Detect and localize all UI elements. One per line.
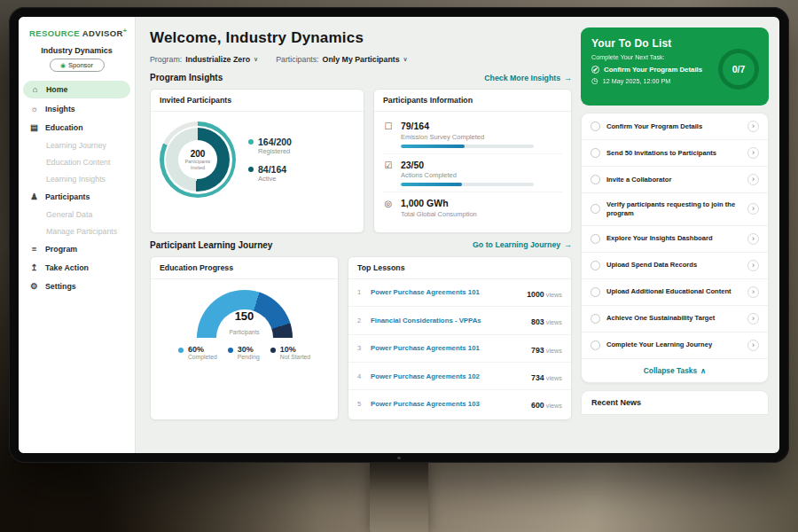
task-checkbox[interactable]: [591, 314, 600, 324]
gauge-center-label: Participants: [230, 329, 260, 335]
lesson-title-link[interactable]: Financial Considerations - VPPAs: [371, 317, 524, 325]
task-row[interactable]: Invite a Collaborator ›: [582, 167, 768, 193]
task-list-card: Confirm Your Program Details › Send 50 I…: [581, 113, 769, 383]
legend-item: 30% Pending: [228, 345, 260, 360]
lesson-rank: 5: [357, 400, 364, 408]
lesson-row[interactable]: 2 Financial Considerations - VPPAs 803vi…: [348, 307, 571, 334]
education-gauge: 150 Participants: [197, 290, 293, 338]
task-checkbox[interactable]: [591, 261, 600, 270]
top-lessons-card: Top Lessons 1 Power Purchase Agreements …: [348, 256, 572, 420]
info-card-body: ☐ 79/164 Emission Survey Completed: [374, 112, 571, 232]
task-checkbox[interactable]: [591, 287, 600, 297]
sidebar-item[interactable]: Learning Insights: [19, 170, 135, 187]
participants-filter-label: Participants:: [276, 55, 318, 64]
lesson-row[interactable]: 5 Power Purchase Agreements 103 600views: [348, 390, 571, 417]
go-to-learning-journey-link[interactable]: Go to Learning Journey →: [473, 240, 572, 249]
task-row[interactable]: Achieve One Sustainability Target ›: [582, 306, 768, 332]
content-area: Welcome, Industry Dynamics Program: Indu…: [136, 17, 779, 453]
chevron-right-icon[interactable]: ›: [747, 203, 759, 215]
legend-dot: [178, 348, 184, 353]
check-more-insights-link[interactable]: Check More Insights →: [484, 74, 572, 82]
chevron-right-icon[interactable]: ›: [747, 260, 759, 271]
legend-dot: [270, 348, 276, 353]
chevron-right-icon[interactable]: ›: [747, 233, 759, 245]
task-row[interactable]: Upload Additional Educational Content ›: [582, 279, 768, 306]
task-checkbox[interactable]: [591, 121, 600, 131]
actions-icon: ☑: [383, 160, 394, 170]
legend-label: Completed: [188, 354, 217, 360]
task-label: Invite a Collaborator: [606, 176, 741, 184]
legend-label: Active: [258, 175, 286, 183]
task-checkbox[interactable]: [591, 148, 600, 158]
sidebar-item-label: Settings: [45, 282, 76, 291]
sponsor-icon: ◉: [60, 62, 66, 68]
invited-card-body: 200 Participants Invited: [151, 112, 364, 207]
sidebar-item[interactable]: ⌂ Home: [23, 81, 130, 98]
sidebar-item-label: Learning Insights: [46, 175, 106, 184]
lesson-title-link[interactable]: Power Purchase Agreements 102: [371, 372, 524, 380]
legend-item: 60% Completed: [178, 345, 217, 360]
task-label: Upload Additional Educational Content: [606, 287, 741, 296]
sidebar-item[interactable]: Manage Participants: [19, 223, 135, 239]
lesson-views-count: 734: [531, 373, 544, 382]
lesson-rank: 3: [357, 344, 364, 352]
sidebar-item[interactable]: ⚙ Settings: [19, 277, 135, 295]
sidebar-item[interactable]: General Data: [19, 206, 135, 223]
task-row[interactable]: Verify participants requesting to join t…: [582, 193, 768, 226]
legend-label: Not Started: [280, 354, 310, 360]
task-checkbox[interactable]: [591, 234, 600, 244]
sidebar-item[interactable]: Learning Journey: [19, 137, 135, 153]
info-row: ☐ 79/164 Emission Survey Completed: [383, 115, 562, 154]
chevron-right-icon[interactable]: ›: [747, 147, 759, 159]
task-row[interactable]: Confirm Your Program Details ›: [582, 113, 768, 140]
todo-next-task[interactable]: ✔ Confirm Your Program Details: [591, 66, 712, 74]
filter-bar: Program: Industrialize Zero ∨ Participan…: [150, 55, 572, 64]
todo-panel: Your To Do List Complete Your Next Task:…: [581, 27, 769, 106]
task-checkbox[interactable]: [591, 175, 600, 184]
education-icon: ▤: [29, 123, 39, 132]
task-checkbox[interactable]: [591, 204, 600, 214]
logo-resource: RESOURCE: [29, 28, 80, 38]
program-filter-dropdown[interactable]: Program: Industrialize Zero ∨: [150, 55, 258, 64]
chevron-right-icon[interactable]: ›: [747, 286, 759, 298]
chevron-right-icon[interactable]: ›: [747, 340, 759, 351]
learning-cards-row: Education Progress 150 Participants: [150, 256, 572, 420]
sidebar-item[interactable]: Education Content: [19, 153, 135, 170]
check-icon: ✔: [591, 66, 599, 74]
sidebar-item[interactable]: ▤ Education: [19, 118, 135, 137]
link-label: Check More Insights: [484, 74, 560, 82]
task-row[interactable]: Complete Your Learning Journey ›: [582, 332, 768, 359]
task-row[interactable]: Send 50 Invitations to Participants ›: [582, 140, 768, 167]
sidebar-item[interactable]: ♟ Participants: [19, 187, 135, 206]
task-label: Confirm Your Program Details: [606, 122, 741, 131]
chevron-down-icon: ∨: [254, 56, 258, 63]
arrow-right-icon: →: [564, 240, 572, 249]
sidebar-item[interactable]: ↥ Take Action: [19, 258, 135, 277]
info-label: Actions Completed: [401, 171, 562, 179]
progress-bar-fill: [401, 145, 465, 148]
lesson-row[interactable]: 4 Power Purchase Agreements 102 734views: [348, 363, 571, 390]
legend-value: 10%: [280, 345, 310, 354]
lesson-title-link[interactable]: Power Purchase Agreements 103: [371, 400, 524, 408]
chevron-right-icon[interactable]: ›: [747, 313, 759, 325]
lesson-title-link[interactable]: Power Purchase Agreements 101: [371, 344, 524, 352]
card-title: Participants Information: [374, 90, 571, 112]
collapse-tasks-link[interactable]: Collapse Tasks ∧: [582, 359, 768, 382]
task-checkbox[interactable]: [591, 340, 600, 350]
chevron-right-icon[interactable]: ›: [747, 174, 759, 185]
sidebar-item[interactable]: ≡ Program: [19, 239, 135, 258]
program-filter-label: Program:: [150, 55, 182, 64]
lesson-row[interactable]: 1 Power Purchase Agreements 101 1000view…: [348, 279, 571, 307]
settings-icon: ⚙: [29, 282, 39, 291]
info-label: Emission Survey Completed: [401, 133, 562, 141]
sidebar-item[interactable]: ☼ Insights: [19, 99, 135, 118]
lesson-row[interactable]: 3 Power Purchase Agreements 101 793views: [348, 335, 571, 363]
task-row[interactable]: Explore Your Insights Dashboard ›: [582, 226, 768, 253]
lesson-views-label: views: [546, 374, 562, 382]
emission-survey-icon: ☐: [383, 121, 394, 131]
chevron-right-icon[interactable]: ›: [747, 121, 759, 132]
task-row[interactable]: Upload Spend Data Records ›: [582, 253, 768, 279]
insights-icon: ☼: [29, 105, 39, 113]
lesson-title-link[interactable]: Power Purchase Agreements 101: [371, 288, 520, 296]
participants-filter-dropdown[interactable]: Participants: Only My Participants ∨: [276, 55, 408, 64]
